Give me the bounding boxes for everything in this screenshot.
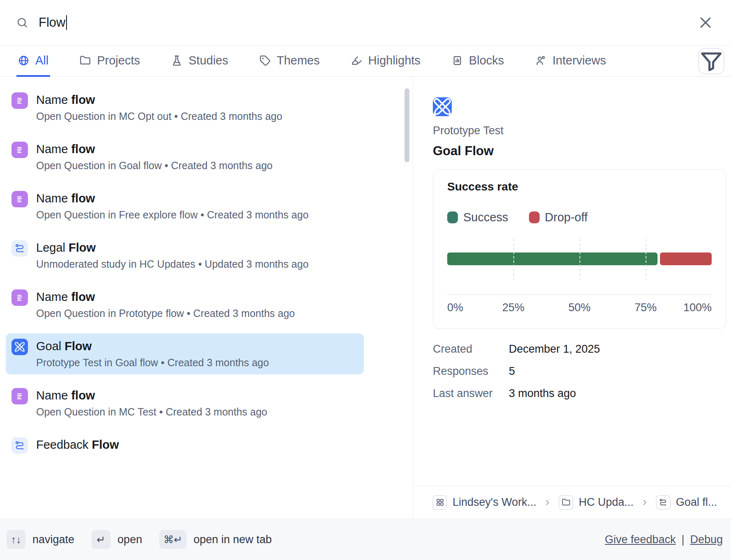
preview-pane: Prototype Test Goal Flow Success rate Su…	[413, 77, 731, 519]
search-input[interactable]: Flow	[39, 15, 67, 30]
result-texts: Legal FlowUnmoderated study in HC Update…	[36, 240, 308, 270]
results-list: Name flowOpen Question in MC Opt out • C…	[0, 77, 413, 519]
result-texts: Name flowOpen Question in Goal flow • Cr…	[36, 142, 273, 172]
search-overlay: Flow AllProjectsStudiesThemesHighlightsB…	[0, 0, 731, 560]
tab-projects[interactable]: Projects	[78, 46, 142, 77]
hint-label: open	[117, 533, 142, 546]
meta-row: CreatedDecember 1, 2025	[433, 343, 726, 356]
meta-value: 5	[509, 365, 515, 378]
key-badge: ↑↓	[7, 530, 25, 549]
key-badge: ↵	[92, 530, 110, 549]
tag-icon	[260, 55, 271, 66]
result-title: Name flow	[36, 290, 295, 304]
search-bar: Flow	[0, 0, 731, 46]
breadcrumb-item[interactable]: Goal fl...	[656, 495, 717, 510]
x-tick: 100%	[683, 301, 712, 314]
tab-highlights[interactable]: Highlights	[349, 46, 422, 77]
route-icon	[11, 240, 28, 257]
tab-label: Highlights	[368, 54, 421, 67]
text-caret	[66, 15, 67, 30]
meta-row: Responses5	[433, 365, 726, 378]
result-title: Name flow	[36, 192, 308, 205]
doc-lines-icon	[11, 388, 28, 404]
blocks-icon	[452, 55, 463, 66]
results-scrollbar[interactable]	[405, 88, 409, 162]
close-icon	[697, 14, 714, 31]
footer-links: Give feedback | Debug	[605, 533, 724, 546]
result-row[interactable]: Name flowOpen Question in Free explore f…	[6, 186, 364, 227]
tab-label: All	[35, 54, 48, 67]
pencil-cross-icon	[11, 339, 28, 355]
doc-lines-icon	[11, 142, 28, 158]
footer-bar: ↑↓navigate↵open⌘↵open in new tab Give fe…	[0, 519, 731, 560]
tab-blocks[interactable]: Blocks	[450, 46, 506, 77]
preview-title: Goal Flow	[433, 144, 726, 158]
result-row-selected[interactable]: Goal FlowPrototype Test in Goal flow • C…	[6, 333, 364, 374]
tab-studies[interactable]: Studies	[170, 46, 230, 77]
tab-all[interactable]: All	[16, 46, 50, 77]
workspace-grid-icon	[432, 495, 447, 510]
tab-label: Themes	[277, 54, 320, 67]
debug-link[interactable]: Debug	[690, 533, 723, 546]
result-title: Name flow	[36, 389, 267, 402]
close-button[interactable]	[697, 14, 714, 31]
result-row[interactable]: Name flowOpen Question in Goal flow • Cr…	[6, 136, 364, 177]
result-row[interactable]: Name flowOpen Question in Prototype flow…	[6, 284, 364, 325]
tab-label: Studies	[188, 54, 228, 67]
give-feedback-link[interactable]: Give feedback	[605, 533, 676, 546]
keyboard-hints: ↑↓navigate↵open⌘↵open in new tab	[7, 530, 272, 549]
result-row[interactable]: Legal FlowUnmoderated study in HC Update…	[6, 235, 364, 276]
meta-label: Last answer	[433, 387, 509, 400]
result-texts: Name flowOpen Question in MC Test • Crea…	[36, 388, 267, 418]
key-badge: ⌘↵	[159, 530, 186, 549]
result-row[interactable]: Name flowOpen Question in MC Opt out • C…	[6, 87, 364, 128]
search-icon	[16, 17, 28, 28]
gridline-25	[513, 239, 514, 280]
legend-item-success: Success	[447, 211, 508, 224]
stacked-bar-chart	[447, 239, 712, 280]
result-subtitle: Open Question in MC Test • Created 3 mon…	[36, 406, 267, 418]
legend-item-drop-off: Drop-off	[529, 211, 588, 224]
x-tick: 0%	[447, 301, 463, 314]
breadcrumb-label: HC Upda...	[579, 496, 634, 509]
result-subtitle: Unmoderated study in HC Updates • Update…	[36, 258, 308, 270]
filter-button[interactable]	[698, 48, 724, 74]
breadcrumb-item[interactable]: HC Upda...	[559, 495, 634, 510]
result-subtitle: Prototype Test in Goal flow • Created 3 …	[36, 357, 269, 369]
result-subtitle: Open Question in MC Opt out • Created 3 …	[36, 110, 282, 122]
result-subtitle: Open Question in Prototype flow • Create…	[36, 308, 295, 319]
filter-funnel-icon	[699, 49, 724, 73]
x-tick: 75%	[634, 301, 657, 314]
x-tick: 50%	[568, 301, 591, 314]
meta-label: Created	[433, 343, 509, 356]
x-axis-ticks: 0%25%50%75%100%	[447, 301, 712, 316]
meta-label: Responses	[433, 365, 509, 378]
result-row[interactable]: Feedback Flow	[6, 432, 364, 473]
tab-themes[interactable]: Themes	[258, 46, 322, 77]
breadcrumb-item[interactable]: Lindsey's Work...	[432, 495, 536, 510]
result-title: Name flow	[36, 142, 273, 156]
folder-icon	[559, 495, 573, 510]
result-row[interactable]: Name flowOpen Question in MC Test • Crea…	[6, 383, 364, 424]
x-axis-line	[447, 294, 712, 295]
meta-value: December 1, 2025	[509, 343, 600, 356]
result-texts: Name flowOpen Question in MC Opt out • C…	[36, 92, 282, 122]
result-texts: Name flowOpen Question in Prototype flow…	[36, 289, 295, 319]
bar-segment-drop-off	[660, 252, 712, 265]
legend-swatch	[529, 211, 540, 223]
gridline-50	[579, 239, 580, 280]
breadcrumb: Lindsey's Work...HC Upda...Goal fl...	[413, 486, 731, 519]
meta-row: Last answer3 months ago	[433, 387, 726, 400]
highlighter-icon	[351, 55, 362, 66]
meta-list: CreatedDecember 1, 2025Responses5Last an…	[433, 343, 726, 400]
chevron-right-icon	[543, 498, 552, 507]
hint-label: open in new tab	[193, 533, 272, 546]
link-separator: |	[681, 533, 684, 546]
tab-interviews[interactable]: Interviews	[533, 46, 608, 77]
hint-label: navigate	[32, 533, 74, 546]
legend-label: Drop-off	[545, 211, 588, 224]
keyboard-hint: ↵open	[92, 530, 142, 549]
main-split: Name flowOpen Question in MC Opt out • C…	[0, 77, 731, 519]
legend-swatch	[447, 211, 458, 223]
chart-title: Success rate	[447, 180, 712, 193]
